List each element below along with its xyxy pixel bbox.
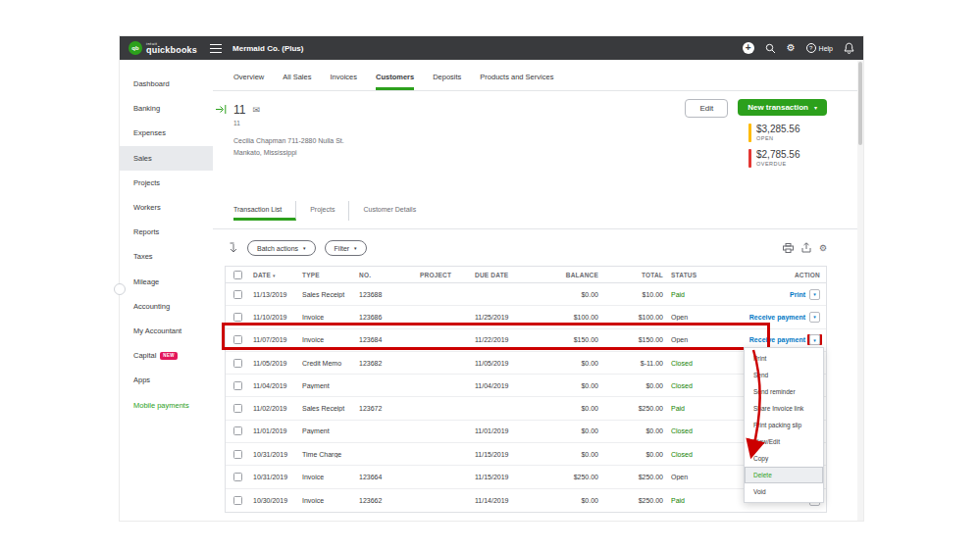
batch-actions-button[interactable]: Batch actions ▾ (247, 240, 316, 256)
table-row[interactable]: 11/02/2019Sales Receipt123672$0.00$250.0… (226, 397, 826, 420)
table-row[interactable]: 11/04/2019Payment11/04/2019$0.00$0.00Clo… (226, 375, 826, 397)
row-checkbox[interactable] (233, 404, 242, 413)
sidebar-item-label: Accounting (133, 302, 170, 311)
sort-icon[interactable] (229, 242, 238, 254)
new-transaction-button[interactable]: New transaction ▾ (738, 99, 827, 116)
sidebar-item-capital[interactable]: CapitalNEW (120, 343, 213, 368)
tab-overview[interactable]: Overview (233, 73, 264, 90)
cell-date: 11/01/2019 (249, 427, 298, 434)
sidebar-item-mobile-payments[interactable]: Mobile payments (120, 392, 213, 417)
tab-invoices[interactable]: Invoices (330, 73, 357, 90)
table-row[interactable]: 11/10/2019Invoice12368611/25/2019$100.00… (226, 306, 826, 328)
sidebar-item-workers[interactable]: Workers (120, 195, 213, 220)
subtab-projects[interactable]: Projects (296, 201, 349, 221)
print-icon[interactable] (783, 239, 794, 257)
sidebar-item-projects[interactable]: Projects (120, 171, 213, 195)
menu-item-send[interactable]: Send (745, 367, 823, 383)
create-plus-icon[interactable]: + (743, 42, 754, 54)
cell-action: Receive payment▾ (714, 312, 826, 323)
row-checkbox[interactable] (233, 335, 242, 344)
sidebar-item-expenses[interactable]: Expenses (120, 121, 213, 145)
table-row[interactable]: 11/05/2019Credit Memo12368211/05/2019$0.… (226, 352, 826, 375)
row-checkbox[interactable] (233, 313, 242, 322)
table-row[interactable]: 10/31/2019Invoice12366411/15/2019$250.00… (226, 466, 826, 488)
cell-total: $-11.00 (602, 360, 667, 367)
sidebar-item-accounting[interactable]: Accounting (120, 294, 213, 319)
column-header-date[interactable]: DATE▾ (249, 272, 298, 278)
select-all-checkbox[interactable] (233, 271, 242, 279)
sidebar-item-dashboard[interactable]: Dashboard (120, 72, 213, 96)
row-checkbox[interactable] (233, 450, 242, 459)
column-header-label: PROJECT (420, 272, 451, 278)
column-header-action: ACTION (714, 272, 826, 278)
export-icon[interactable] (801, 239, 811, 257)
sidebar-item-apps[interactable]: Apps (120, 368, 213, 392)
table-row[interactable]: 11/01/2019Payment11/01/2019$0.00$0.00Clo… (226, 421, 826, 443)
cell-due: 11/25/2019 (471, 314, 534, 321)
sidebar-item-mileage[interactable]: Mileage (120, 270, 213, 294)
sidebar-item-taxes[interactable]: Taxes (120, 244, 213, 269)
email-envelope-icon[interactable]: ✉ (252, 105, 260, 115)
filter-label: Filter (335, 245, 350, 252)
row-checkbox[interactable] (233, 473, 242, 481)
table-row[interactable]: 11/07/2019Invoice12368411/22/2019$150.00… (226, 329, 826, 352)
sidebar-item-my-accountant[interactable]: My Accountant (120, 319, 213, 343)
row-action-caret[interactable]: ▾ (809, 334, 820, 345)
table-row[interactable]: 10/31/2019Time Charge11/15/2019$0.00$0.0… (226, 443, 826, 466)
cell-status: Closed (667, 451, 714, 458)
menu-item-void[interactable]: Void (745, 483, 823, 500)
sidebar-item-sales[interactable]: Sales (120, 146, 213, 171)
row-checkbox[interactable] (233, 426, 242, 435)
menu-item-send-reminder[interactable]: Send reminder (745, 383, 823, 400)
gear-icon[interactable]: ⚙ (787, 43, 796, 53)
menu-item-view-edit[interactable]: View/Edit (745, 433, 823, 450)
scrollbar-thumb[interactable] (858, 62, 862, 145)
panel-handle[interactable] (114, 283, 126, 295)
open-bar (748, 124, 751, 142)
cell-total: $10.00 (602, 291, 667, 298)
table-row[interactable]: 10/30/2019Invoice12366211/14/2019$0.00$2… (226, 489, 826, 512)
filter-button[interactable]: Filter ▾ (325, 240, 367, 256)
status-badge: Paid (671, 291, 685, 298)
row-checkbox[interactable] (233, 290, 242, 299)
row-checkbox[interactable] (233, 359, 242, 368)
row-action-link[interactable]: Print (790, 291, 805, 298)
tab-deposits[interactable]: Deposits (433, 73, 461, 90)
subtab-customer-details[interactable]: Customer Details (349, 201, 430, 221)
cell-type: Credit Memo (298, 360, 355, 367)
row-checkbox[interactable] (233, 381, 242, 390)
help-button[interactable]: ? Help (806, 43, 833, 53)
search-icon[interactable] (765, 43, 776, 54)
row-action-link[interactable]: Receive payment (749, 336, 805, 343)
hamburger-menu-icon[interactable] (210, 44, 222, 53)
table-settings-gear-icon[interactable]: ⚙ (819, 244, 827, 253)
menu-item-print-packing-slip[interactable]: Print packing slip (745, 417, 823, 433)
menu-item-share-invoice-link[interactable]: Share Invoice link (745, 400, 823, 417)
menu-item-print[interactable]: Print (745, 350, 823, 367)
tab-products-and-services[interactable]: Products and Services (480, 73, 553, 90)
edit-button[interactable]: Edit (685, 99, 728, 118)
menu-item-copy[interactable]: Copy (745, 450, 823, 467)
cell-balance: $0.00 (534, 382, 602, 389)
cell-status: Closed (667, 360, 714, 367)
row-checkbox[interactable] (233, 496, 242, 505)
column-header-total: TOTAL (602, 272, 667, 278)
table-toolbar: Batch actions ▾ Filter ▾ ⚙ (213, 229, 857, 266)
cell-no: 123672 (355, 405, 416, 412)
cell-due: 11/05/2019 (471, 360, 534, 367)
table-row[interactable]: 11/13/2019Sales Receipt123688$0.00$10.00… (226, 283, 826, 306)
row-action-caret[interactable]: ▾ (809, 312, 820, 323)
tab-customers[interactable]: Customers (376, 73, 414, 90)
menu-item-delete[interactable]: Delete (745, 467, 823, 483)
quickbooks-logo[interactable]: qb intuit quickbooks (129, 41, 197, 55)
scrollbar[interactable] (857, 60, 863, 521)
subtab-transaction-list[interactable]: Transaction List (233, 201, 296, 221)
status-badge: Closed (671, 360, 693, 367)
row-action-link[interactable]: Receive payment (749, 314, 805, 321)
sidebar-item-label: Workers (133, 203, 161, 212)
sidebar-item-banking[interactable]: Banking (120, 96, 213, 121)
tab-all-sales[interactable]: All Sales (283, 73, 311, 90)
sidebar-item-reports[interactable]: Reports (120, 220, 213, 244)
row-action-caret[interactable]: ▾ (809, 289, 820, 300)
notifications-bell-icon[interactable] (844, 42, 854, 54)
